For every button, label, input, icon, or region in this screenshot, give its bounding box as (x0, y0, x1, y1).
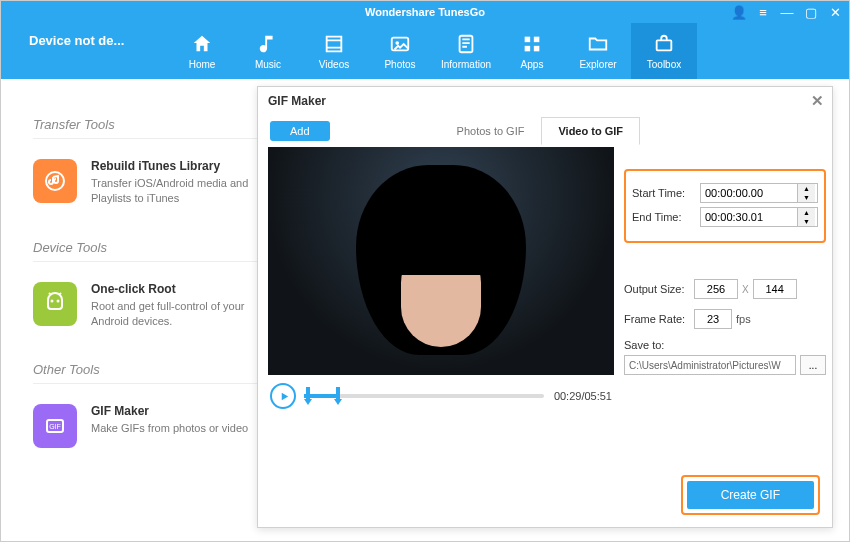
window-controls: 👤 ≡ — ▢ ✕ (731, 1, 843, 23)
player-timecode: 00:29/05:51 (552, 390, 612, 402)
end-time-input[interactable] (701, 208, 797, 226)
browse-button[interactable]: ... (800, 355, 826, 375)
stepper-up[interactable]: ▲ (798, 208, 815, 217)
maximize-button[interactable]: ▢ (803, 6, 819, 19)
section-device-title: Device Tools (33, 240, 281, 262)
nav-apps[interactable]: Apps (499, 23, 565, 79)
nav-label: Explorer (579, 59, 616, 70)
tool-desc: Make GIFs from photos or video (91, 421, 248, 436)
rebuild-icon (33, 159, 77, 203)
section-other-title: Other Tools (33, 362, 281, 384)
create-gif-button[interactable]: Create GIF (687, 481, 814, 509)
nav-label: Photos (384, 59, 415, 70)
nav-photos[interactable]: Photos (367, 23, 433, 79)
tool-title: One-click Root (91, 282, 281, 296)
svg-rect-4 (534, 36, 540, 42)
video-preview[interactable] (268, 147, 614, 375)
section-transfer-title: Transfer Tools (33, 117, 281, 139)
tool-gif-maker[interactable]: GIF GIF Maker Make GIFs from photos or v… (33, 390, 281, 464)
explorer-icon (587, 33, 609, 55)
frame-rate-input[interactable] (694, 309, 732, 329)
end-time-stepper: ▲ ▼ (797, 208, 815, 226)
end-time-input-group: ▲ ▼ (700, 207, 818, 227)
music-icon (257, 33, 279, 55)
svg-rect-3 (525, 36, 531, 42)
user-icon[interactable]: 👤 (731, 6, 747, 19)
video-column: 00:29/05:51 (268, 147, 614, 409)
toolbox-icon (653, 33, 675, 55)
trim-handle-start[interactable] (304, 387, 312, 405)
main-nav: Home Music Videos Photos Information App… (169, 23, 697, 79)
videos-icon (323, 33, 345, 55)
trim-slider[interactable] (304, 385, 544, 407)
dialog-tabs: Photos to GIF Video to GIF (440, 117, 640, 145)
dimension-separator: X (738, 284, 753, 295)
minimize-button[interactable]: — (779, 6, 795, 19)
tool-rebuild-itunes[interactable]: Rebuild iTunes Library Transfer iOS/Andr… (33, 145, 281, 222)
close-button[interactable]: ✕ (827, 6, 843, 19)
start-time-label: Start Time: (632, 187, 694, 199)
nav-label: Toolbox (647, 59, 681, 70)
svg-text:GIF: GIF (49, 423, 61, 430)
output-width-input[interactable] (694, 279, 738, 299)
title-bar: Wondershare TunesGo 👤 ≡ — ▢ ✕ (1, 1, 849, 23)
output-height-input[interactable] (753, 279, 797, 299)
start-time-input[interactable] (701, 184, 797, 202)
svg-rect-7 (657, 40, 672, 50)
stepper-down[interactable]: ▼ (798, 193, 815, 202)
start-time-stepper: ▲ ▼ (797, 184, 815, 202)
dialog-close-button[interactable]: ✕ (811, 92, 824, 110)
player-controls: 00:29/05:51 (268, 375, 614, 409)
app-title: Wondershare TunesGo (365, 6, 485, 18)
apps-icon (521, 33, 543, 55)
svg-point-10 (57, 299, 60, 302)
header-bar: Device not de... Home Music Videos Photo… (1, 23, 849, 79)
nav-label: Apps (521, 59, 544, 70)
nav-music[interactable]: Music (235, 23, 301, 79)
add-button[interactable]: Add (270, 121, 330, 141)
nav-videos[interactable]: Videos (301, 23, 367, 79)
sidebar: Transfer Tools Rebuild iTunes Library Tr… (1, 79, 281, 464)
nav-label: Videos (319, 59, 349, 70)
play-icon (279, 391, 290, 402)
svg-rect-6 (534, 45, 540, 51)
dialog-body: 00:29/05:51 Start Time: ▲ ▼ (258, 147, 832, 409)
content-area: Transfer Tools Rebuild iTunes Library Tr… (1, 79, 849, 541)
info-icon (455, 33, 477, 55)
nav-toolbox[interactable]: Toolbox (631, 23, 697, 79)
play-button[interactable] (270, 383, 296, 409)
create-gif-highlight: Create GIF (681, 475, 820, 515)
root-icon (33, 282, 77, 326)
svg-point-9 (51, 299, 54, 302)
nav-label: Music (255, 59, 281, 70)
svg-rect-5 (525, 45, 531, 51)
nav-home[interactable]: Home (169, 23, 235, 79)
options-panel: Start Time: ▲ ▼ End Time: (624, 147, 826, 409)
nav-label: Home (189, 59, 216, 70)
dialog-toolbar: Add Photos to GIF Video to GIF (258, 115, 832, 147)
tool-one-click-root[interactable]: One-click Root Root and get full-control… (33, 268, 281, 345)
stepper-down[interactable]: ▼ (798, 217, 815, 226)
start-time-input-group: ▲ ▼ (700, 183, 818, 203)
tab-video-to-gif[interactable]: Video to GIF (541, 117, 640, 145)
trim-handle-end[interactable] (334, 387, 342, 405)
save-to-label: Save to: (624, 339, 826, 351)
tab-photos-to-gif[interactable]: Photos to GIF (440, 117, 542, 145)
photos-icon (389, 33, 411, 55)
save-path-input[interactable] (624, 355, 796, 375)
device-status[interactable]: Device not de... (1, 23, 161, 79)
svg-point-1 (395, 41, 399, 45)
nav-information[interactable]: Information (433, 23, 499, 79)
tool-desc: Root and get full-control of your Androi… (91, 299, 281, 329)
tool-desc: Transfer iOS/Android media and Playlists… (91, 176, 281, 206)
dialog-header: GIF Maker ✕ (258, 87, 832, 115)
menu-icon[interactable]: ≡ (755, 6, 771, 19)
nav-explorer[interactable]: Explorer (565, 23, 631, 79)
home-icon (191, 33, 213, 55)
frame-rate-label: Frame Rate: (624, 313, 694, 325)
end-time-label: End Time: (632, 211, 694, 223)
gif-icon: GIF (33, 404, 77, 448)
stepper-up[interactable]: ▲ (798, 184, 815, 193)
output-size-label: Output Size: (624, 283, 694, 295)
nav-label: Information (441, 59, 491, 70)
